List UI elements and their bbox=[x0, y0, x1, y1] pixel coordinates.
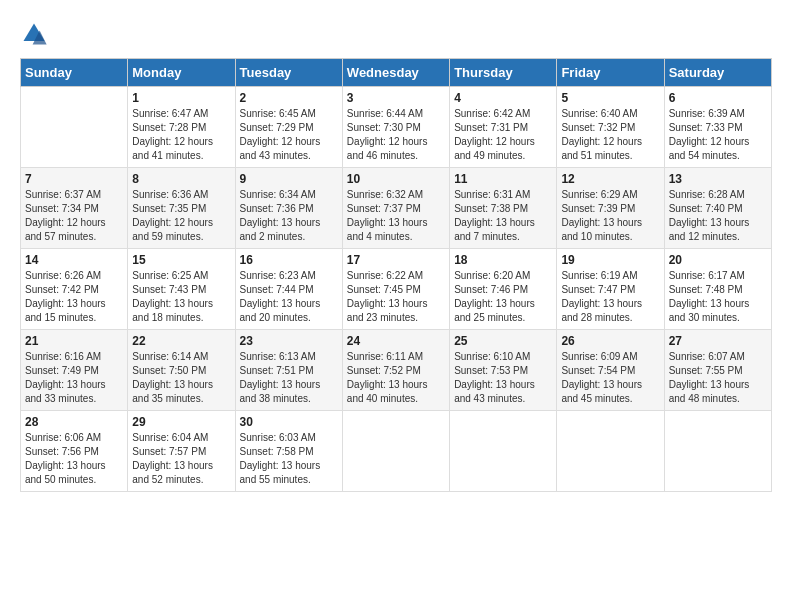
header-friday: Friday bbox=[557, 59, 664, 87]
day-info: Sunrise: 6:16 AM Sunset: 7:49 PM Dayligh… bbox=[25, 350, 123, 406]
day-info: Sunrise: 6:09 AM Sunset: 7:54 PM Dayligh… bbox=[561, 350, 659, 406]
header-sunday: Sunday bbox=[21, 59, 128, 87]
day-cell: 7Sunrise: 6:37 AM Sunset: 7:34 PM Daylig… bbox=[21, 168, 128, 249]
day-info: Sunrise: 6:29 AM Sunset: 7:39 PM Dayligh… bbox=[561, 188, 659, 244]
day-info: Sunrise: 6:04 AM Sunset: 7:57 PM Dayligh… bbox=[132, 431, 230, 487]
day-cell: 2Sunrise: 6:45 AM Sunset: 7:29 PM Daylig… bbox=[235, 87, 342, 168]
day-info: Sunrise: 6:36 AM Sunset: 7:35 PM Dayligh… bbox=[132, 188, 230, 244]
day-cell: 26Sunrise: 6:09 AM Sunset: 7:54 PM Dayli… bbox=[557, 330, 664, 411]
day-number: 8 bbox=[132, 172, 230, 186]
calendar-header: SundayMondayTuesdayWednesdayThursdayFrid… bbox=[21, 59, 772, 87]
day-number: 25 bbox=[454, 334, 552, 348]
day-number: 20 bbox=[669, 253, 767, 267]
day-info: Sunrise: 6:34 AM Sunset: 7:36 PM Dayligh… bbox=[240, 188, 338, 244]
day-number: 11 bbox=[454, 172, 552, 186]
day-number: 16 bbox=[240, 253, 338, 267]
day-cell: 18Sunrise: 6:20 AM Sunset: 7:46 PM Dayli… bbox=[450, 249, 557, 330]
day-info: Sunrise: 6:06 AM Sunset: 7:56 PM Dayligh… bbox=[25, 431, 123, 487]
day-cell: 15Sunrise: 6:25 AM Sunset: 7:43 PM Dayli… bbox=[128, 249, 235, 330]
day-cell: 14Sunrise: 6:26 AM Sunset: 7:42 PM Dayli… bbox=[21, 249, 128, 330]
day-cell: 10Sunrise: 6:32 AM Sunset: 7:37 PM Dayli… bbox=[342, 168, 449, 249]
day-cell: 25Sunrise: 6:10 AM Sunset: 7:53 PM Dayli… bbox=[450, 330, 557, 411]
day-cell: 16Sunrise: 6:23 AM Sunset: 7:44 PM Dayli… bbox=[235, 249, 342, 330]
day-info: Sunrise: 6:25 AM Sunset: 7:43 PM Dayligh… bbox=[132, 269, 230, 325]
day-number: 27 bbox=[669, 334, 767, 348]
day-info: Sunrise: 6:07 AM Sunset: 7:55 PM Dayligh… bbox=[669, 350, 767, 406]
week-row-2: 14Sunrise: 6:26 AM Sunset: 7:42 PM Dayli… bbox=[21, 249, 772, 330]
day-cell: 24Sunrise: 6:11 AM Sunset: 7:52 PM Dayli… bbox=[342, 330, 449, 411]
day-info: Sunrise: 6:10 AM Sunset: 7:53 PM Dayligh… bbox=[454, 350, 552, 406]
day-info: Sunrise: 6:44 AM Sunset: 7:30 PM Dayligh… bbox=[347, 107, 445, 163]
day-cell: 22Sunrise: 6:14 AM Sunset: 7:50 PM Dayli… bbox=[128, 330, 235, 411]
day-info: Sunrise: 6:47 AM Sunset: 7:28 PM Dayligh… bbox=[132, 107, 230, 163]
day-number: 26 bbox=[561, 334, 659, 348]
day-number: 23 bbox=[240, 334, 338, 348]
day-cell bbox=[342, 411, 449, 492]
day-info: Sunrise: 6:28 AM Sunset: 7:40 PM Dayligh… bbox=[669, 188, 767, 244]
day-number: 17 bbox=[347, 253, 445, 267]
day-cell: 11Sunrise: 6:31 AM Sunset: 7:38 PM Dayli… bbox=[450, 168, 557, 249]
page-header bbox=[20, 20, 772, 48]
week-row-0: 1Sunrise: 6:47 AM Sunset: 7:28 PM Daylig… bbox=[21, 87, 772, 168]
day-cell: 19Sunrise: 6:19 AM Sunset: 7:47 PM Dayli… bbox=[557, 249, 664, 330]
header-saturday: Saturday bbox=[664, 59, 771, 87]
day-info: Sunrise: 6:22 AM Sunset: 7:45 PM Dayligh… bbox=[347, 269, 445, 325]
calendar-body: 1Sunrise: 6:47 AM Sunset: 7:28 PM Daylig… bbox=[21, 87, 772, 492]
day-number: 4 bbox=[454, 91, 552, 105]
day-cell: 9Sunrise: 6:34 AM Sunset: 7:36 PM Daylig… bbox=[235, 168, 342, 249]
day-cell: 13Sunrise: 6:28 AM Sunset: 7:40 PM Dayli… bbox=[664, 168, 771, 249]
logo bbox=[20, 20, 52, 48]
week-row-1: 7Sunrise: 6:37 AM Sunset: 7:34 PM Daylig… bbox=[21, 168, 772, 249]
day-number: 30 bbox=[240, 415, 338, 429]
day-number: 24 bbox=[347, 334, 445, 348]
day-cell: 30Sunrise: 6:03 AM Sunset: 7:58 PM Dayli… bbox=[235, 411, 342, 492]
day-cell: 3Sunrise: 6:44 AM Sunset: 7:30 PM Daylig… bbox=[342, 87, 449, 168]
day-cell: 29Sunrise: 6:04 AM Sunset: 7:57 PM Dayli… bbox=[128, 411, 235, 492]
day-info: Sunrise: 6:37 AM Sunset: 7:34 PM Dayligh… bbox=[25, 188, 123, 244]
day-info: Sunrise: 6:26 AM Sunset: 7:42 PM Dayligh… bbox=[25, 269, 123, 325]
day-number: 5 bbox=[561, 91, 659, 105]
week-row-4: 28Sunrise: 6:06 AM Sunset: 7:56 PM Dayli… bbox=[21, 411, 772, 492]
day-cell bbox=[450, 411, 557, 492]
day-number: 22 bbox=[132, 334, 230, 348]
day-number: 28 bbox=[25, 415, 123, 429]
header-tuesday: Tuesday bbox=[235, 59, 342, 87]
header-row: SundayMondayTuesdayWednesdayThursdayFrid… bbox=[21, 59, 772, 87]
day-info: Sunrise: 6:03 AM Sunset: 7:58 PM Dayligh… bbox=[240, 431, 338, 487]
day-info: Sunrise: 6:20 AM Sunset: 7:46 PM Dayligh… bbox=[454, 269, 552, 325]
day-cell: 23Sunrise: 6:13 AM Sunset: 7:51 PM Dayli… bbox=[235, 330, 342, 411]
day-number: 13 bbox=[669, 172, 767, 186]
header-wednesday: Wednesday bbox=[342, 59, 449, 87]
week-row-3: 21Sunrise: 6:16 AM Sunset: 7:49 PM Dayli… bbox=[21, 330, 772, 411]
day-cell: 20Sunrise: 6:17 AM Sunset: 7:48 PM Dayli… bbox=[664, 249, 771, 330]
day-number: 10 bbox=[347, 172, 445, 186]
day-number: 15 bbox=[132, 253, 230, 267]
day-number: 19 bbox=[561, 253, 659, 267]
header-thursday: Thursday bbox=[450, 59, 557, 87]
day-number: 2 bbox=[240, 91, 338, 105]
day-info: Sunrise: 6:32 AM Sunset: 7:37 PM Dayligh… bbox=[347, 188, 445, 244]
day-cell: 1Sunrise: 6:47 AM Sunset: 7:28 PM Daylig… bbox=[128, 87, 235, 168]
day-cell: 21Sunrise: 6:16 AM Sunset: 7:49 PM Dayli… bbox=[21, 330, 128, 411]
day-number: 6 bbox=[669, 91, 767, 105]
day-number: 29 bbox=[132, 415, 230, 429]
day-number: 21 bbox=[25, 334, 123, 348]
day-info: Sunrise: 6:11 AM Sunset: 7:52 PM Dayligh… bbox=[347, 350, 445, 406]
day-info: Sunrise: 6:17 AM Sunset: 7:48 PM Dayligh… bbox=[669, 269, 767, 325]
day-info: Sunrise: 6:42 AM Sunset: 7:31 PM Dayligh… bbox=[454, 107, 552, 163]
day-number: 9 bbox=[240, 172, 338, 186]
day-number: 7 bbox=[25, 172, 123, 186]
calendar-table: SundayMondayTuesdayWednesdayThursdayFrid… bbox=[20, 58, 772, 492]
day-info: Sunrise: 6:40 AM Sunset: 7:32 PM Dayligh… bbox=[561, 107, 659, 163]
day-cell: 8Sunrise: 6:36 AM Sunset: 7:35 PM Daylig… bbox=[128, 168, 235, 249]
header-monday: Monday bbox=[128, 59, 235, 87]
day-number: 18 bbox=[454, 253, 552, 267]
day-cell bbox=[21, 87, 128, 168]
day-cell bbox=[557, 411, 664, 492]
logo-icon bbox=[20, 20, 48, 48]
day-info: Sunrise: 6:13 AM Sunset: 7:51 PM Dayligh… bbox=[240, 350, 338, 406]
day-info: Sunrise: 6:19 AM Sunset: 7:47 PM Dayligh… bbox=[561, 269, 659, 325]
day-cell bbox=[664, 411, 771, 492]
day-cell: 28Sunrise: 6:06 AM Sunset: 7:56 PM Dayli… bbox=[21, 411, 128, 492]
day-cell: 4Sunrise: 6:42 AM Sunset: 7:31 PM Daylig… bbox=[450, 87, 557, 168]
